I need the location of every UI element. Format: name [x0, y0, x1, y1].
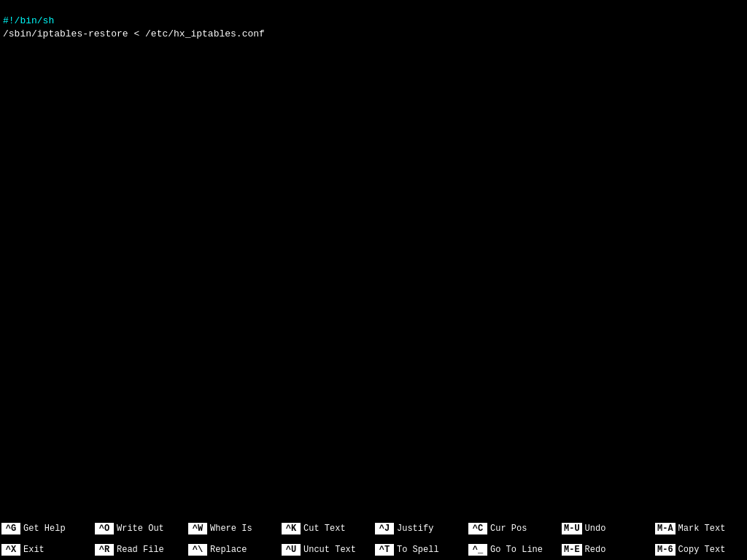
- shortcut-item-row1-1[interactable]: ^OWrite Out: [93, 518, 187, 539]
- shortcut-key-3: ^U: [282, 544, 301, 556]
- shortcut-label-5: Go To Line: [490, 545, 543, 555]
- shortcut-label-1: Read File: [117, 545, 164, 555]
- shortcut-label-6: Redo: [585, 545, 606, 555]
- shortcut-bar: ^GGet Help^OWrite Out^WWhere Is^KCut Tex…: [0, 518, 747, 560]
- shortcut-key-4: ^J: [375, 523, 394, 534]
- shortcut-key-3: ^K: [282, 523, 301, 534]
- shortcut-item-row1-5[interactable]: ^CCur Pos: [467, 518, 560, 539]
- shortcut-item-row2-3[interactable]: ^UUncut Text: [280, 539, 374, 560]
- shortcut-label-2: Where Is: [210, 524, 252, 534]
- shortcut-item-row1-3[interactable]: ^KCut Text: [280, 518, 374, 539]
- editor-line-0: #!/bin/sh: [0, 15, 747, 28]
- shortcut-item-row1-2[interactable]: ^WWhere Is: [187, 518, 280, 539]
- shortcut-key-5: ^_: [468, 544, 487, 556]
- shortcut-key-2: ^\: [188, 544, 207, 556]
- shortcut-label-1: Write Out: [117, 524, 164, 534]
- shortcut-label-6: Undo: [585, 524, 606, 534]
- shortcut-item-row1-6[interactable]: M-UUndo: [560, 518, 654, 539]
- shortcut-key-1: ^R: [95, 544, 114, 556]
- shortcut-label-4: To Spell: [397, 545, 439, 555]
- shortcut-item-row2-0[interactable]: ^XExit: [0, 539, 93, 560]
- shortcut-key-5: ^C: [468, 523, 487, 534]
- shortcut-item-row1-4[interactable]: ^JJustify: [374, 518, 467, 539]
- shortcut-item-row2-2[interactable]: ^\Replace: [187, 539, 280, 560]
- shortcut-item-row2-6[interactable]: M-ERedo: [560, 539, 654, 560]
- title-right: [735, 1, 741, 12]
- shortcut-label-3: Cut Text: [303, 524, 346, 534]
- shortcut-key-7: M-6: [655, 544, 676, 556]
- shortcut-item-row2-7[interactable]: M-6Copy Text: [654, 539, 747, 560]
- shortcut-label-7: Copy Text: [678, 545, 726, 555]
- shortcut-label-5: Cur Pos: [490, 524, 527, 534]
- shortcut-item-row2-1[interactable]: ^RRead File: [93, 539, 187, 560]
- shortcut-key-1: ^O: [95, 523, 114, 534]
- shortcut-row-2: ^XExit^RRead File^\Replace^UUncut Text^T…: [0, 539, 747, 560]
- shortcut-label-0: Exit: [23, 545, 44, 555]
- shortcut-label-3: Uncut Text: [303, 545, 356, 555]
- shortcut-key-2: ^W: [188, 523, 207, 534]
- shortcut-key-6: M-U: [562, 523, 582, 534]
- shortcut-item-row2-5[interactable]: ^_Go To Line: [467, 539, 560, 560]
- shortcut-key-0: ^X: [1, 544, 20, 556]
- shortcut-item-row1-7[interactable]: M-AMark Text: [654, 518, 747, 539]
- shortcut-key-4: ^T: [375, 544, 394, 556]
- shortcut-key-6: M-E: [562, 544, 582, 556]
- shortcut-row-1: ^GGet Help^OWrite Out^WWhere Is^KCut Tex…: [0, 518, 747, 539]
- shortcut-label-7: Mark Text: [678, 524, 726, 534]
- shortcut-label-4: Justify: [397, 524, 433, 534]
- title-bar: [0, 0, 747, 13]
- shortcut-item-row1-0[interactable]: ^GGet Help: [0, 518, 93, 539]
- editor-line-1: /sbin/iptables-restore < /etc/hx_iptable…: [0, 28, 747, 41]
- shortcut-key-7: M-A: [655, 523, 676, 534]
- status-bar: [0, 505, 747, 518]
- editor-area[interactable]: #!/bin/sh/sbin/iptables-restore < /etc/h…: [0, 13, 747, 518]
- shortcut-label-0: Get Help: [23, 524, 66, 534]
- shortcut-item-row2-4[interactable]: ^TTo Spell: [374, 539, 467, 560]
- shortcut-key-0: ^G: [1, 523, 20, 534]
- shortcut-label-2: Replace: [210, 545, 247, 555]
